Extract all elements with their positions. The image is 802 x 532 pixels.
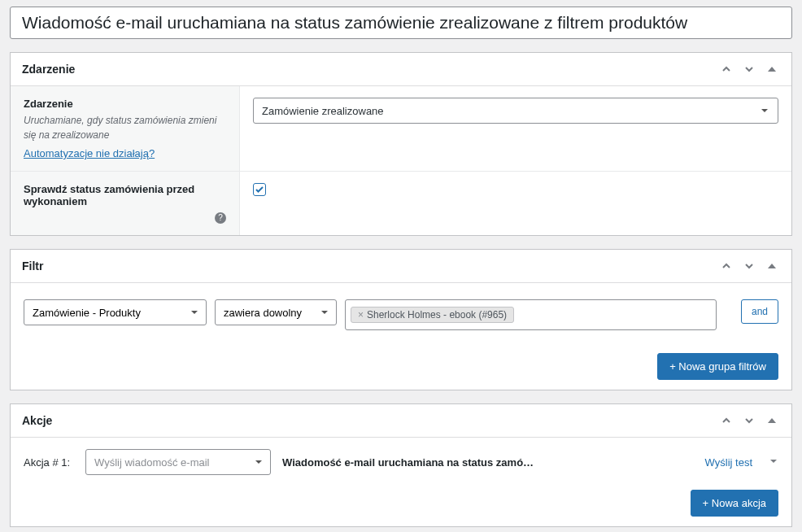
event-trigger-row: Zdarzenie Uruchamiane, gdy status zamówi… <box>11 86 791 172</box>
check-status-checkbox[interactable] <box>253 183 266 196</box>
event-panel: Zdarzenie Zdarzenie Uruchamiane, gdy sta… <box>10 52 792 236</box>
filter-rule-row: Zamówienie - Produkty zawiera dowolny × … <box>24 299 778 330</box>
new-filter-group-button[interactable]: + Nowa grupa filtrów <box>657 353 778 380</box>
event-select[interactable]: Zamówienie zrealizowane <box>253 98 778 124</box>
check-status-label: Sprawdź status zamówienia przed wykonani… <box>24 183 226 207</box>
panel-title: Akcje <box>22 414 52 427</box>
panel-header: Zdarzenie <box>11 53 791 86</box>
check-status-row: Sprawdź status zamówienia przed wykonani… <box>11 172 791 235</box>
help-link[interactable]: Automatyzacje nie działają? <box>24 147 155 159</box>
panel-title: Filtr <box>22 259 43 273</box>
action-summary: Wiadomość e-mail uruchamiana na status z… <box>282 456 694 469</box>
panel-header: Filtr <box>11 250 791 283</box>
move-down-icon[interactable] <box>741 412 757 429</box>
move-down-icon[interactable] <box>741 61 757 77</box>
filter-panel: Filtr Zamówienie - Produkty zawiera dowo… <box>10 249 792 390</box>
panel-title: Zdarzenie <box>22 63 75 76</box>
collapse-icon[interactable] <box>764 258 780 274</box>
action-row: Akcja # 1: Wyślij wiadomość e-mail Wiado… <box>24 449 778 475</box>
new-action-button[interactable]: + Nowa akcja <box>691 490 778 517</box>
move-up-icon[interactable] <box>718 61 734 77</box>
move-up-icon[interactable] <box>718 258 734 274</box>
help-icon[interactable]: ? <box>215 212 226 224</box>
filter-value-input[interactable]: × Sherlock Holmes - ebook (#965) <box>345 299 717 330</box>
event-label: Zdarzenie <box>24 98 226 110</box>
move-down-icon[interactable] <box>741 258 757 274</box>
action-collapse-icon[interactable] <box>769 456 778 469</box>
collapse-icon[interactable] <box>764 61 780 77</box>
action-type-select[interactable]: Wyślij wiadomość e-mail <box>85 449 271 475</box>
event-description: Uruchamiane, gdy status zamówienia zmien… <box>24 113 226 142</box>
panel-header: Akcje <box>11 404 791 438</box>
action-index-label: Akcja # 1: <box>24 456 74 469</box>
collapse-icon[interactable] <box>764 412 780 429</box>
filter-tag: × Sherlock Holmes - ebook (#965) <box>351 307 514 323</box>
and-button[interactable]: and <box>741 299 778 324</box>
filter-field-select[interactable]: Zamówienie - Produkty <box>24 299 207 325</box>
remove-tag-icon[interactable]: × <box>358 309 364 321</box>
filter-tag-label: Sherlock Holmes - ebook (#965) <box>367 309 507 321</box>
automation-title-input[interactable] <box>10 7 792 39</box>
actions-panel: Akcje Akcja # 1: Wyślij wiadomość e-mail… <box>10 403 792 527</box>
filter-operator-select[interactable]: zawiera dowolny <box>215 299 337 325</box>
move-up-icon[interactable] <box>718 412 734 429</box>
send-test-link[interactable]: Wyślij test <box>705 456 752 469</box>
